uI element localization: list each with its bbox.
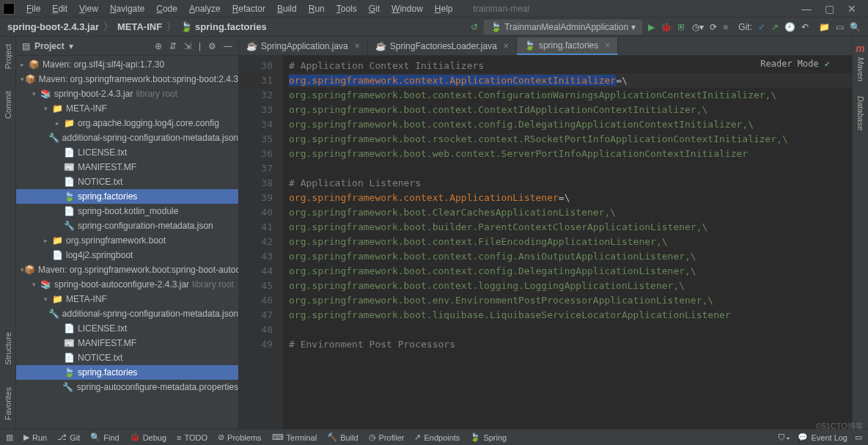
editor-tab[interactable]: ☕SpringFactoriesLoader.java× bbox=[368, 37, 517, 55]
tree-row[interactable]: ▾📁META-INF bbox=[16, 292, 238, 306]
gear-icon[interactable]: ⚙ bbox=[208, 41, 216, 51]
tool-windows-icon[interactable]: ▥ bbox=[6, 433, 13, 442]
menu-view[interactable]: View bbox=[73, 4, 104, 14]
coverage-icon[interactable]: ⛨ bbox=[677, 22, 686, 32]
target-icon[interactable]: ⊕ bbox=[155, 41, 162, 51]
status-profiler[interactable]: ◷Profiler bbox=[369, 433, 405, 442]
tree-row[interactable]: 🔧spring-autoconfigure-metadata.propertie… bbox=[16, 380, 238, 394]
project-tree[interactable]: ▸📦Maven: org.slf4j:slf4j-api:1.7.30▾📦Mav… bbox=[16, 56, 238, 429]
tree-row[interactable]: 🔧spring-configuration-metadata.json bbox=[16, 218, 238, 233]
layout-icon[interactable]: ▭ bbox=[836, 22, 844, 32]
search-icon[interactable]: 🔍 bbox=[850, 22, 861, 32]
sync-icon[interactable]: ↺ bbox=[471, 22, 478, 32]
status-endpoints[interactable]: ↗Endpoints bbox=[414, 433, 460, 442]
tree-row[interactable]: 🍃spring.factories bbox=[16, 189, 238, 204]
stop-icon[interactable]: ■ bbox=[723, 22, 728, 32]
run-config-select[interactable]: 🍃 TrainmanMealAdminApplication ▾ bbox=[484, 20, 642, 34]
git-push-icon[interactable]: ↗ bbox=[771, 22, 779, 32]
maven-m-icon[interactable]: m bbox=[856, 43, 864, 54]
close-tab-icon[interactable]: × bbox=[605, 40, 610, 51]
breadcrumb-part[interactable]: spring.factories bbox=[195, 21, 267, 32]
breadcrumb-part[interactable]: META-INF bbox=[117, 21, 162, 32]
status-run[interactable]: ▶Run bbox=[23, 433, 47, 442]
maximize-icon[interactable]: ▢ bbox=[825, 3, 834, 15]
breadcrumb[interactable]: spring-boot-2.4.3.jar 〉 META-INF 〉 🍃 spr… bbox=[7, 21, 267, 34]
tree-row[interactable]: 📄NOTICE.txt bbox=[16, 174, 238, 189]
close-tab-icon[interactable]: × bbox=[504, 41, 509, 51]
hide-icon[interactable]: — bbox=[224, 41, 232, 51]
debug-icon[interactable]: 🐞 bbox=[661, 22, 672, 32]
attach-icon[interactable]: ⟳ bbox=[710, 22, 717, 32]
tool-database[interactable]: Database bbox=[856, 96, 865, 130]
tool-project[interactable]: Project bbox=[4, 44, 12, 69]
profiler-icon[interactable]: ◷▾ bbox=[692, 22, 704, 32]
close-icon[interactable]: ✕ bbox=[847, 3, 856, 15]
tree-row[interactable]: ▾📦Maven: org.springframework.boot:spring… bbox=[16, 72, 238, 87]
close-tab-icon[interactable]: × bbox=[355, 41, 360, 51]
status-find[interactable]: 🔍Find bbox=[90, 433, 119, 442]
tree-row[interactable]: 🔧additional-spring-configuration-metadat… bbox=[16, 130, 238, 145]
breadcrumb-part[interactable]: spring-boot-2.4.3.jar bbox=[7, 21, 99, 32]
editor-body[interactable]: Reader Mode ✔ 30313233343536373839404142… bbox=[239, 56, 852, 429]
menu-git[interactable]: Git bbox=[363, 4, 386, 14]
tree-row[interactable]: ▸📁org.apache.logging.log4j.core.config bbox=[16, 116, 238, 130]
tree-row[interactable]: 📰MANIFEST.MF bbox=[16, 160, 238, 174]
status-git[interactable]: ⎇Git bbox=[57, 433, 80, 442]
menu-refactor[interactable]: Refactor bbox=[227, 4, 271, 14]
reader-mode-banner[interactable]: Reader Mode ✔ bbox=[760, 59, 830, 69]
event-log-button[interactable]: 💬 Event Log bbox=[798, 433, 847, 442]
status-terminal[interactable]: ⌨Terminal bbox=[272, 433, 317, 442]
chevron-down-icon[interactable]: ▾ bbox=[69, 41, 73, 51]
status-problems[interactable]: ⊘Problems bbox=[218, 433, 261, 442]
menu-run[interactable]: Run bbox=[303, 4, 331, 14]
tree-row[interactable]: 📄LICENSE.txt bbox=[16, 145, 238, 160]
tree-row[interactable]: ▾📦Maven: org.springframework.boot:spring… bbox=[16, 262, 238, 277]
status-todo[interactable]: ≡TODO bbox=[177, 433, 207, 442]
editor-tab[interactable]: 🍃spring.factories× bbox=[517, 37, 618, 55]
menu-edit[interactable]: Edit bbox=[46, 4, 73, 14]
tree-row[interactable]: 📄log4j2.springboot bbox=[16, 248, 238, 262]
tree-row[interactable]: ▸📁org.springframework.boot bbox=[16, 233, 238, 248]
menu-window[interactable]: Window bbox=[386, 4, 429, 14]
menu-navigate[interactable]: Navigate bbox=[104, 4, 150, 14]
leaf-icon: 🍃 bbox=[180, 21, 192, 32]
status-spring[interactable]: 🍃Spring bbox=[470, 433, 507, 442]
menu-analyze[interactable]: Analyze bbox=[183, 4, 227, 14]
menu-code[interactable]: Code bbox=[150, 4, 183, 14]
tree-row[interactable]: 📄LICENSE.txt bbox=[16, 321, 238, 336]
run-icon[interactable]: ▶ bbox=[648, 22, 655, 32]
tree-row[interactable]: 🍃spring.factories bbox=[16, 365, 238, 380]
tree-row[interactable]: 🔧additional-spring-configuration-metadat… bbox=[16, 306, 238, 321]
menu-build[interactable]: Build bbox=[271, 4, 303, 14]
expand-icon[interactable]: ⇲ bbox=[184, 41, 191, 51]
git-label: Git: bbox=[738, 22, 752, 32]
tree-row[interactable]: ▸📦Maven: org.slf4j:slf4j-api:1.7.30 bbox=[16, 57, 238, 72]
git-history-icon[interactable]: 🕘 bbox=[784, 22, 795, 32]
status-debug[interactable]: 🐞Debug bbox=[130, 433, 166, 442]
open-icon[interactable]: 📁 bbox=[819, 22, 830, 32]
menu-file[interactable]: File bbox=[21, 4, 46, 14]
tool-maven[interactable]: Maven bbox=[856, 57, 865, 81]
tool-favorites[interactable]: Favorites bbox=[4, 387, 12, 420]
tree-row[interactable]: ▾📁META-INF bbox=[16, 101, 238, 116]
status-build[interactable]: 🔨Build bbox=[327, 433, 358, 442]
shield-icon[interactable]: ⛉▾ bbox=[778, 433, 790, 442]
menu-help[interactable]: Help bbox=[429, 4, 459, 14]
tree-row[interactable]: 📰MANIFEST.MF bbox=[16, 336, 238, 350]
code-content[interactable]: # Application Context Initializersorg.sp… bbox=[283, 56, 852, 429]
editor-tab[interactable]: ☕SpringApplication.java× bbox=[239, 37, 368, 55]
status-indicator-icon[interactable]: ▭ bbox=[855, 433, 862, 442]
tool-commit[interactable]: Commit bbox=[4, 91, 12, 119]
collapse-icon[interactable]: ⇵ bbox=[169, 41, 177, 51]
check-icon[interactable]: ✔ bbox=[825, 59, 830, 69]
git-rollback-icon[interactable]: ↶ bbox=[801, 22, 809, 32]
panel-title[interactable]: Project bbox=[34, 41, 65, 51]
tool-structure[interactable]: Structure bbox=[4, 332, 12, 365]
minimize-icon[interactable]: — bbox=[801, 3, 812, 15]
menu-tools[interactable]: Tools bbox=[331, 4, 363, 14]
tree-row[interactable]: ▾📚spring-boot-2.4.3.jarlibrary root bbox=[16, 87, 238, 101]
tree-row[interactable]: ▾📚spring-boot-autoconfigure-2.4.3.jarlib… bbox=[16, 277, 238, 292]
tree-row[interactable]: 📄NOTICE.txt bbox=[16, 350, 238, 365]
tree-row[interactable]: 📄spring-boot.kotlin_module bbox=[16, 204, 238, 218]
git-update-icon[interactable]: ✓ bbox=[758, 22, 765, 32]
